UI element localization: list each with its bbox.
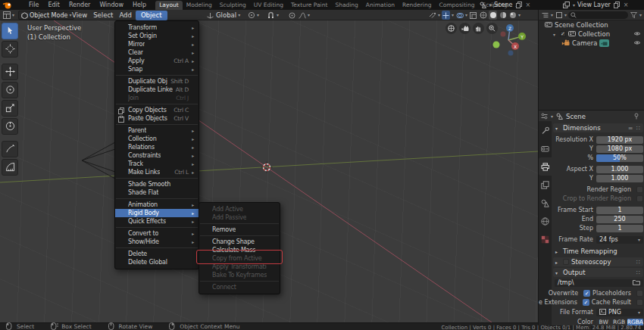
crop-render-region-checkbox[interactable]: [636, 195, 643, 202]
menu-item-add-passive[interactable]: Add Passive: [199, 213, 280, 222]
menubar-item-window[interactable]: Window: [95, 0, 128, 10]
menubar-item-render[interactable]: Render: [64, 0, 95, 10]
camera-wireframe-object[interactable]: [82, 142, 115, 179]
workspace-tab-shading[interactable]: Shading: [331, 1, 361, 10]
menu-item-join[interactable]: JoinCtrl J: [115, 94, 199, 102]
properties-tab-world[interactable]: [539, 212, 552, 230]
menubar-item-file[interactable]: File: [24, 0, 43, 10]
mode-dropdown[interactable]: Object Mode ▾: [18, 10, 74, 20]
tool-annotate-button[interactable]: [2, 141, 18, 157]
menu-item-snap[interactable]: Snap▸: [115, 65, 199, 73]
resolution-y-field[interactable]: 1080 px: [596, 145, 643, 153]
frame-rate-dropdown[interactable]: 24 fps▾: [596, 236, 643, 244]
view-layer-name[interactable]: View Layer: [577, 2, 611, 8]
shading-rendered-icon[interactable]: [508, 11, 517, 20]
output-path-field[interactable]: /tmp\: [555, 279, 643, 287]
frame-end-field[interactable]: 250: [596, 216, 643, 223]
menu-item-convert-to[interactable]: Convert to▸: [115, 229, 199, 238]
menu-item-connect[interactable]: Connect: [199, 283, 280, 291]
viewport-menu-select[interactable]: Select: [91, 11, 115, 19]
outliner-scene-icon[interactable]: [555, 11, 563, 20]
menu-item-shade-flat[interactable]: Shade Flat: [115, 188, 199, 197]
tool-cursor-button[interactable]: [2, 41, 18, 58]
workspace-tab-uv-editing[interactable]: UV Editing: [250, 1, 287, 10]
orthographic-grid-button[interactable]: [445, 23, 457, 34]
outliner-row-camera[interactable]: Camera: [539, 39, 644, 48]
collection-checkbox[interactable]: ✓: [560, 31, 566, 37]
panel-menu-icons[interactable]: ∷: [636, 269, 641, 276]
scene-selector[interactable]: ▾ Scene ×: [479, 0, 530, 10]
show-object-types-icon[interactable]: [428, 11, 436, 20]
unlink-scene-icon[interactable]: ×: [525, 2, 530, 8]
render-region-checkbox[interactable]: [636, 186, 643, 193]
remove-view-layer-icon[interactable]: ×: [624, 2, 629, 8]
show-overlays-icon[interactable]: [455, 11, 464, 20]
outliner-row-collection[interactable]: ▾✓Collection: [539, 30, 644, 39]
menu-item-transform[interactable]: Transform▸: [115, 23, 199, 32]
workspace-tab-compositing[interactable]: Compositing: [435, 1, 478, 10]
tool-rotate-button[interactable]: [2, 82, 18, 98]
scene-name[interactable]: Scene: [494, 2, 512, 8]
aspect-y-field[interactable]: 1.000: [596, 175, 643, 182]
pin-icon[interactable]: [632, 112, 640, 121]
workspace-tab-texture-paint[interactable]: Texture Paint: [287, 1, 331, 10]
panel-header-dimensions[interactable]: ▾Dimensions ≡ ∷: [553, 123, 643, 132]
outliner-row-scene-collection[interactable]: Scene Collection: [539, 20, 644, 30]
tool-measure-button[interactable]: [2, 159, 18, 176]
xray-toggle-icon[interactable]: [469, 11, 477, 20]
properties-tab-tool[interactable]: [539, 121, 552, 139]
viewport-menu-object[interactable]: Object: [136, 11, 167, 20]
workspace-tab-sculpting[interactable]: Sculpting: [216, 1, 250, 10]
camera-view-button[interactable]: [459, 23, 470, 34]
gizmo-z-negative[interactable]: [508, 51, 514, 56]
menu-item-show-hide[interactable]: Show/Hide▸: [115, 238, 199, 246]
menu-item-paste-objects[interactable]: Paste ObjectsCtrl V: [115, 114, 199, 123]
new-view-layer-icon[interactable]: [613, 1, 621, 10]
menu-item-change-shape[interactable]: Change Shape: [199, 238, 280, 246]
camera-data-badge[interactable]: [599, 39, 609, 47]
menu-item-add-active[interactable]: Add Active: [199, 205, 280, 213]
pivot-point-dropdown[interactable]: ▾: [247, 10, 259, 20]
menu-item-rigid-body[interactable]: Rigid Body▸: [115, 209, 199, 217]
stereoscopy-checkbox[interactable]: [563, 259, 569, 265]
editor-type-button[interactable]: ▾: [2, 10, 14, 20]
resolution-percentage-slider[interactable]: 50%: [596, 154, 643, 162]
folder-icon[interactable]: [633, 279, 640, 287]
snap-controls[interactable]: ▾: [267, 10, 279, 20]
menu-item-make-links[interactable]: Make LinksCtrl L▸: [115, 168, 199, 176]
cache-result-checkbox[interactable]: [636, 299, 643, 306]
file-format-dropdown[interactable]: PNG▾: [596, 309, 643, 316]
menu-item-animation[interactable]: Animation▸: [115, 201, 199, 209]
workspace-tab-rendering[interactable]: Rendering: [399, 1, 435, 10]
tool-move-button[interactable]: [2, 64, 18, 80]
menubar-item-help[interactable]: Help: [128, 0, 151, 10]
viewport-menu-add[interactable]: Add: [117, 11, 133, 19]
workspace-tab-layout[interactable]: Layout: [155, 1, 183, 10]
viewport-menu-view[interactable]: View: [70, 11, 89, 19]
properties-tab-render[interactable]: [539, 139, 552, 157]
shading-material-icon[interactable]: [499, 11, 507, 20]
tool-transform-button[interactable]: [2, 118, 18, 135]
gizmo-x-negative[interactable]: [501, 32, 506, 37]
gizmo-y-negative[interactable]: [493, 42, 500, 48]
workspace-tab-modeling[interactable]: Modeling: [183, 1, 216, 10]
menu-item-copy-objects[interactable]: Copy ObjectsCtrl C: [115, 106, 199, 114]
new-scene-icon[interactable]: [514, 1, 523, 10]
shading-solid-icon[interactable]: [489, 11, 497, 20]
navigation-gizmo[interactable]: Z Y X: [489, 22, 529, 61]
menu-item-duplicate-linked[interactable]: Duplicate LinkedAlt D: [115, 86, 199, 94]
show-gizmos-icon[interactable]: [442, 11, 450, 20]
menu-item-apply[interactable]: ApplyCtrl A▸: [115, 57, 199, 65]
menu-item-parent[interactable]: Parent▸: [115, 126, 199, 135]
aspect-x-field[interactable]: 1.000: [596, 166, 643, 173]
panel-menu-icons[interactable]: ∷: [636, 259, 641, 266]
shading-wireframe-icon[interactable]: [479, 11, 487, 20]
menu-item-bake-to-keyframes[interactable]: Bake To Keyframes: [199, 271, 280, 279]
properties-tab-texture[interactable]: [539, 230, 552, 248]
menu-item-constraints[interactable]: Constraints▸: [115, 151, 199, 160]
file-extensions-checkbox[interactable]: ✓: [583, 299, 589, 306]
menu-item-delete-global[interactable]: Delete Global: [115, 258, 199, 266]
menu-item-set-origin[interactable]: Set Origin▸: [115, 32, 199, 40]
filter-icon[interactable]: [630, 11, 638, 20]
menu-item-collection[interactable]: Collection▸: [115, 135, 199, 143]
